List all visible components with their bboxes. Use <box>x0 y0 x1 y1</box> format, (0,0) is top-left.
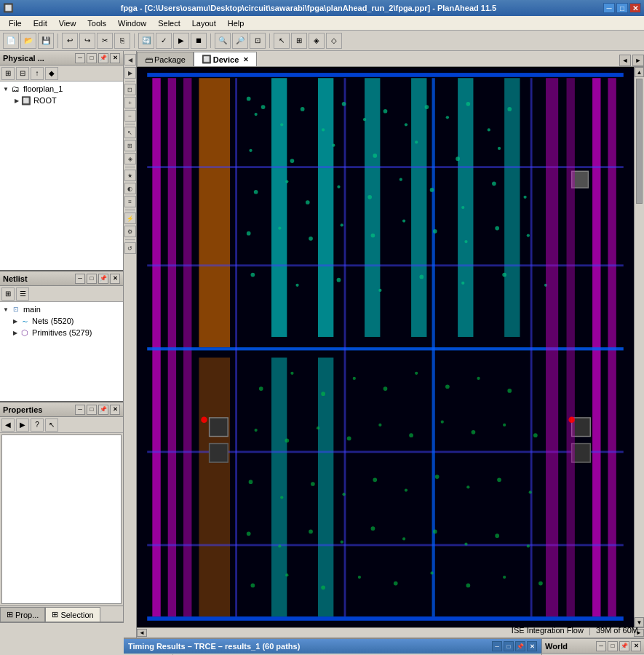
props-help-btn[interactable]: ? <box>31 418 44 432</box>
nav-place[interactable]: ◈ <box>124 153 136 164</box>
selection-tab[interactable]: ⊞ Selection <box>45 607 100 622</box>
props-minimize-btn[interactable]: ─ <box>75 405 85 415</box>
nets-arrow[interactable]: ▶ <box>13 318 17 325</box>
close-button[interactable]: ✕ <box>629 3 641 13</box>
root-arrow[interactable]: ▶ <box>15 98 19 104</box>
nav-zoom-in[interactable]: + <box>124 97 136 108</box>
tb-refresh[interactable]: 🔄 <box>138 33 154 49</box>
floorplan-arrow[interactable]: ▼ <box>3 86 9 92</box>
hscroll-left[interactable]: ◄ <box>137 629 147 637</box>
main-arrow[interactable]: ▼ <box>3 306 9 313</box>
menu-tools[interactable]: Tools <box>82 17 112 29</box>
nav-layers[interactable]: ≡ <box>124 196 136 207</box>
netlist-close-btn[interactable]: ✕ <box>110 274 120 284</box>
nav-settings[interactable]: ⚙ <box>124 226 136 237</box>
nav-route[interactable]: ⊞ <box>124 140 136 151</box>
props-maximize-btn[interactable]: □ <box>87 405 97 415</box>
minimize-button[interactable]: ─ <box>603 3 615 13</box>
nav-back[interactable]: ◀ <box>124 54 136 66</box>
tb-undo[interactable]: ↩ <box>62 33 78 49</box>
timing-maximize-btn[interactable]: □ <box>504 641 514 651</box>
world-maximize-btn[interactable]: □ <box>608 641 618 651</box>
props-close-btn[interactable]: ✕ <box>110 405 120 415</box>
tb-place[interactable]: ◈ <box>309 33 325 49</box>
tb-zoom-out[interactable]: 🔎 <box>232 33 248 49</box>
props-tab[interactable]: ⊞ Prop... <box>0 607 45 622</box>
tb-route[interactable]: ⊞ <box>291 33 307 49</box>
tree-root[interactable]: ▶ 🔲 ROOT <box>1 95 122 106</box>
physical-pin-btn[interactable]: 📌 <box>98 53 108 63</box>
netlist-primitives-item[interactable]: ▶ ⬡ Primitives (5279) <box>1 327 122 338</box>
netlist-expand-btn[interactable]: ⊞ <box>1 287 15 301</box>
world-minimize-btn[interactable]: ─ <box>596 641 606 651</box>
tb-zoom-fit[interactable]: ⊡ <box>250 33 266 49</box>
tb-unplace[interactable]: ◇ <box>326 33 342 49</box>
phys-up-btn[interactable]: ↑ <box>31 67 44 80</box>
timing-close-btn[interactable]: ✕ <box>527 641 537 651</box>
netlist-tree-main[interactable]: ▼ ⊡ main <box>1 303 122 315</box>
tab-nav-left[interactable]: ◄ <box>619 55 631 66</box>
nav-zoom-fit[interactable]: ⊡ <box>124 84 136 95</box>
netlist-nets-item[interactable]: ▶ ～ Nets (5520) <box>1 315 122 327</box>
timing-minimize-btn[interactable]: ─ <box>492 641 502 651</box>
world-close-btn[interactable]: ✕ <box>631 641 641 651</box>
tb-copy[interactable]: ⎘ <box>114 33 130 49</box>
tb-save[interactable]: 💾 <box>38 33 54 49</box>
svg-point-128 <box>466 584 470 588</box>
tb-open[interactable]: 📂 <box>20 33 36 49</box>
nav-zoom-out[interactable]: − <box>124 110 136 122</box>
menu-window[interactable]: Window <box>112 17 152 29</box>
menu-help[interactable]: Help <box>222 17 250 29</box>
netlist-minimize-btn[interactable]: ─ <box>75 274 85 284</box>
phys-expand-btn[interactable]: ⊞ <box>1 67 15 80</box>
physical-close-btn[interactable]: ✕ <box>110 53 120 63</box>
maximize-button[interactable]: □ <box>616 3 628 13</box>
package-tab[interactable]: 🗃 Package <box>137 52 194 66</box>
phys-select-btn[interactable]: ◆ <box>45 67 58 80</box>
world-pin-btn[interactable]: 📌 <box>619 641 629 651</box>
tree-floorplan[interactable]: ▼ 🗂 floorplan_1 <box>1 83 122 95</box>
physical-minimize-btn[interactable]: ─ <box>75 53 85 63</box>
menu-file[interactable]: File <box>3 17 28 29</box>
menu-select[interactable]: Select <box>152 17 186 29</box>
device-tab-close[interactable]: ✕ <box>243 56 249 63</box>
tb-zoom-in[interactable]: 🔍 <box>215 33 231 49</box>
nav-highlight[interactable]: ★ <box>124 170 136 181</box>
tb-stop[interactable]: ⏹ <box>191 33 207 49</box>
tb-check[interactable]: ✓ <box>156 33 172 49</box>
netlist-maximize-btn[interactable]: □ <box>87 274 97 284</box>
primitives-arrow[interactable]: ▶ <box>13 330 17 336</box>
netlist-list-btn[interactable]: ☰ <box>16 287 29 301</box>
props-back-btn[interactable]: ◀ <box>1 418 15 432</box>
menu-edit[interactable]: Edit <box>28 17 53 29</box>
nav-auto[interactable]: ⚡ <box>124 213 136 224</box>
nav-mask[interactable]: ◐ <box>124 183 136 194</box>
canvas-vscroll[interactable]: ▲ ▼ <box>634 67 644 627</box>
nav-reset[interactable]: ↺ <box>124 242 136 254</box>
left-panels: Physical ... ─ □ 📌 ✕ ⊞ ⊟ ↑ ◆ ▼ 🗂 floorpl… <box>0 51 124 622</box>
fpga-canvas[interactable] <box>137 67 634 627</box>
props-pin-btn[interactable]: 📌 <box>98 405 108 415</box>
tb-select[interactable]: ↖ <box>274 33 290 49</box>
tb-redo[interactable]: ↪ <box>79 33 95 49</box>
tb-cut[interactable]: ✂ <box>97 33 113 49</box>
svg-rect-4 <box>168 78 176 616</box>
menu-view[interactable]: View <box>53 17 82 29</box>
vscroll-up[interactable]: ▲ <box>635 67 644 77</box>
physical-maximize-btn[interactable]: □ <box>87 53 97 63</box>
device-tab[interactable]: 🔲 Device ✕ <box>194 52 257 66</box>
tb-run[interactable]: ▶ <box>173 33 189 49</box>
vscroll-thumb[interactable] <box>636 79 643 204</box>
nav-forward[interactable]: ▶ <box>124 67 136 79</box>
physical-panel: Physical ... ─ □ 📌 ✕ ⊞ ⊟ ↑ ◆ ▼ 🗂 floorpl… <box>0 51 123 271</box>
tab-nav-right[interactable]: ► <box>632 55 644 66</box>
nav-select[interactable]: ↖ <box>124 127 136 138</box>
props-cursor-btn[interactable]: ↖ <box>45 418 58 432</box>
props-forward-btn[interactable]: ▶ <box>16 418 29 432</box>
tb-new[interactable]: 📄 <box>3 33 19 49</box>
phys-collapse-btn[interactable]: ⊟ <box>16 67 29 80</box>
netlist-pin-btn[interactable]: 📌 <box>98 274 108 284</box>
svg-rect-24 <box>344 78 346 616</box>
timing-pin-btn[interactable]: 📌 <box>515 641 525 651</box>
menu-layout[interactable]: Layout <box>186 17 222 29</box>
